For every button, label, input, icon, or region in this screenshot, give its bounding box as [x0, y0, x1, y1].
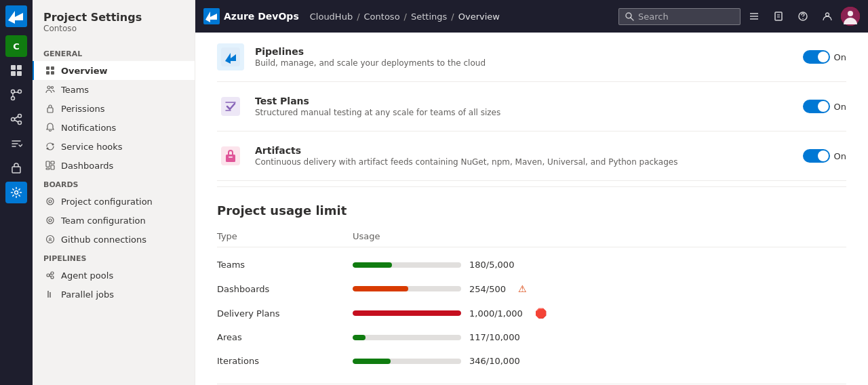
col-type-header: Type [217, 231, 353, 241]
svg-point-36 [47, 217, 54, 224]
usage-row-iterations: Iterations 346/10,000 [217, 349, 846, 373]
svg-point-38 [47, 274, 50, 277]
sidebar-item-notifications[interactable]: Notifications [33, 118, 195, 137]
testplans-toggle-switch[interactable] [803, 100, 830, 113]
sidebar-item-teams[interactable]: Teams [33, 80, 195, 99]
testplans-nav-icon[interactable] [5, 133, 27, 155]
warn-icon-dashboards: ⚠ [518, 283, 527, 294]
search-box[interactable]: Search [618, 8, 741, 25]
section-divider-2 [217, 384, 846, 384]
usage-bar-dashboards [353, 286, 408, 291]
artifacts-toggle[interactable]: On [803, 149, 846, 163]
svg-point-56 [802, 18, 804, 20]
usage-table: Type Usage Teams 180/5,000 Dashboards [217, 228, 846, 373]
usage-bar-area-iterations: 346/10,000 [353, 356, 846, 366]
usage-bar-container-iterations [353, 359, 461, 364]
testplans-service-name: Test Plans [255, 96, 792, 106]
services-section: Pipelines Build, manage, and scale your … [217, 33, 846, 181]
devops-logo[interactable] [5, 5, 27, 27]
svg-point-24 [47, 86, 50, 89]
breadcrumb-section[interactable]: Settings [411, 12, 447, 22]
pipelines-service-name: Pipelines [255, 46, 792, 57]
help-button[interactable] [792, 5, 814, 27]
overview-icon [45, 65, 56, 76]
breadcrumb-sep-1: / [357, 12, 359, 22]
brand[interactable]: Azure DevOps [203, 8, 299, 24]
sidebar-header: Project Settings Contoso [33, 11, 195, 44]
github-label: Github connections [61, 235, 146, 245]
artifacts-service-icon [217, 142, 244, 169]
usage-bar-iterations [353, 359, 391, 364]
usage-bar-container-teams [353, 262, 461, 268]
svg-point-14 [18, 115, 22, 118]
pipelines-toggle-switch[interactable] [803, 50, 830, 64]
svg-point-39 [51, 272, 54, 275]
sidebar-item-overview[interactable]: Overview [33, 61, 195, 80]
topbar-actions: Search [618, 5, 860, 27]
artifacts-service-desc: Continuous delivery with artifact feeds … [255, 157, 792, 167]
sidebar-item-service-hooks[interactable]: Service hooks [33, 137, 195, 156]
boards-section-label: Boards [33, 175, 195, 192]
github-icon [45, 234, 56, 245]
svg-point-28 [47, 148, 49, 150]
artifacts-nav-icon[interactable] [5, 157, 27, 179]
usage-row-delivery-plans: Delivery Plans 1,000/1,000 🛑 [217, 301, 846, 325]
svg-rect-26 [47, 108, 53, 113]
usage-header: Type Usage [217, 228, 846, 247]
team-config-label: Team configuration [61, 216, 146, 226]
avatar[interactable] [841, 7, 860, 26]
search-label: Search [638, 12, 669, 22]
overview-label: Overview [61, 66, 108, 76]
breadcrumb-org[interactable]: CloudHub [310, 12, 353, 22]
svg-rect-4 [11, 65, 16, 70]
pipelines-nav-icon[interactable] [5, 108, 27, 130]
sidebar-item-parallel-jobs[interactable]: Parallel jobs [33, 285, 195, 304]
testplans-toggle[interactable]: On [803, 100, 846, 113]
breadcrumb-page: Overview [458, 12, 500, 22]
sidebar-item-team-config[interactable]: Team configuration [33, 211, 195, 230]
usage-value-iterations: 346/10,000 [469, 356, 520, 366]
service-item-artifacts: Artifacts Continuous delivery with artif… [217, 131, 846, 181]
sidebar-item-permissions[interactable]: Perissions [33, 99, 195, 118]
artifacts-toggle-switch[interactable] [803, 149, 830, 163]
sidebar-item-project-config[interactable]: Project configuration [33, 192, 195, 211]
sidebar-item-agent-pools[interactable]: Agent pools [33, 266, 195, 285]
usage-row-areas: Areas 117/10,000 [217, 325, 846, 349]
pipelines-service-info: Pipelines Build, manage, and scale your … [255, 46, 792, 68]
sidebar: Project Settings Contoso General Overvie… [33, 0, 195, 385]
testplans-service-desc: Structured manual testing at any scale f… [255, 108, 792, 117]
permissions-icon [45, 103, 56, 114]
sidebar-title: Project Settings [43, 11, 184, 24]
usage-bar-delivery-plans [353, 310, 461, 316]
search-icon [625, 12, 634, 21]
brand-name: Azure DevOps [224, 11, 299, 22]
sidebar-item-github[interactable]: Github connections [33, 230, 195, 249]
svg-rect-7 [17, 71, 22, 76]
sidebar-item-dashboards[interactable]: Dashboards [33, 156, 195, 175]
list-view-button[interactable] [743, 5, 765, 27]
breadcrumb-project[interactable]: Contoso [364, 12, 400, 22]
svg-point-34 [47, 198, 54, 205]
pipelines-toggle[interactable]: On [803, 50, 846, 64]
svg-line-17 [15, 120, 18, 122]
usage-type-dashboards: Dashboards [217, 284, 353, 294]
pipelines-toggle-label: On [834, 52, 846, 62]
project-initial-icon[interactable]: C [5, 35, 27, 57]
svg-rect-61 [221, 97, 240, 116]
badge-button[interactable] [768, 5, 789, 27]
svg-point-13 [12, 118, 15, 121]
breadcrumb-sep-2: / [404, 12, 407, 22]
boards-nav-icon[interactable] [5, 60, 27, 81]
breadcrumb-sep-3: / [451, 12, 454, 22]
user-menu-button[interactable] [816, 5, 838, 27]
usage-bar-container-delivery-plans [353, 310, 461, 316]
svg-rect-21 [51, 66, 54, 70]
settings-nav-icon[interactable] [5, 182, 27, 203]
usage-bar-container-areas [353, 335, 461, 340]
usage-bar-area-areas: 117/10,000 [353, 332, 846, 342]
svg-point-35 [49, 219, 52, 222]
svg-rect-63 [226, 155, 235, 162]
repo-nav-icon[interactable] [5, 84, 27, 106]
svg-point-8 [12, 90, 15, 94]
usage-title: Project usage limit [217, 203, 846, 218]
